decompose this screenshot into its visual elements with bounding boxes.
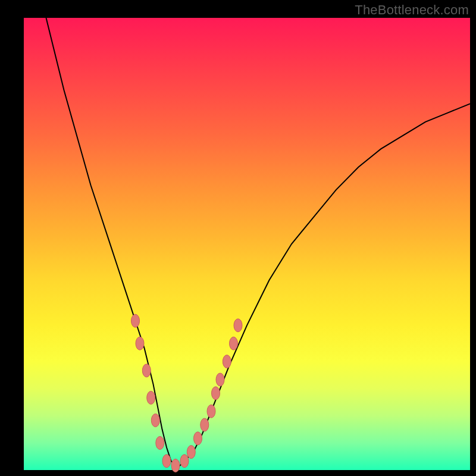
scatter-marker [187, 446, 195, 459]
scatter-marker [171, 459, 180, 472]
scatter-marker [142, 364, 151, 377]
scatter-marker [216, 373, 224, 386]
scatter-marker [180, 455, 189, 468]
scatter-marker [194, 432, 202, 445]
scatter-marker [212, 387, 220, 400]
scatter-marker [223, 355, 231, 368]
watermark-text: TheBottleneck.com [355, 2, 469, 18]
scatter-marker [162, 455, 171, 468]
scatter-markers-group [131, 314, 243, 472]
bottleneck-curve [46, 18, 471, 465]
scatter-marker [207, 405, 215, 418]
scatter-marker [131, 314, 140, 327]
scatter-marker [230, 337, 238, 350]
scatter-marker [151, 414, 159, 427]
scatter-marker [147, 391, 155, 404]
scatter-marker [136, 337, 144, 350]
scatter-marker [201, 418, 209, 431]
scatter-marker [156, 436, 164, 449]
chart-svg [24, 18, 470, 470]
scatter-marker [234, 319, 242, 332]
